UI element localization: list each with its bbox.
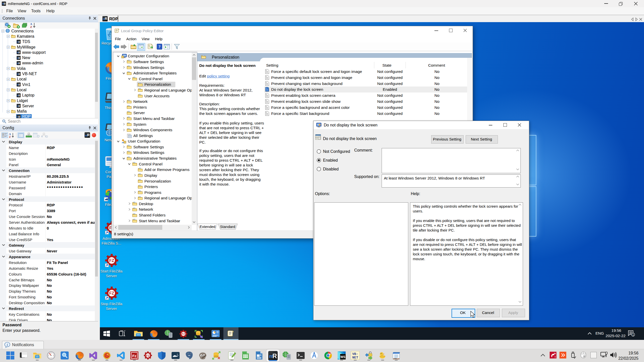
svg-text:FZ: FZ bbox=[109, 258, 114, 263]
svg-text:VB-: VB- bbox=[352, 352, 358, 356]
svg-text:A: A bbox=[30, 22, 32, 25]
svg-text:!: ! bbox=[555, 355, 556, 358]
svg-text:i: i bbox=[7, 343, 8, 347]
svg-text:1: 1 bbox=[632, 334, 634, 336]
svg-text:Z: Z bbox=[9, 135, 11, 138]
svg-text:FZ: FZ bbox=[182, 333, 185, 335]
svg-text:Z: Z bbox=[30, 25, 32, 28]
svg-text:NET: NET bbox=[352, 356, 358, 359]
svg-text:Fz: Fz bbox=[132, 354, 137, 358]
svg-text:Extended: Extended bbox=[199, 224, 215, 229]
svg-text:WS: WS bbox=[340, 355, 345, 359]
svg-text:Standard: Standard bbox=[220, 224, 235, 229]
svg-text:A: A bbox=[9, 133, 11, 135]
svg-text:?: ? bbox=[158, 44, 160, 49]
svg-text:FZ: FZ bbox=[146, 354, 150, 357]
svg-text:FZ: FZ bbox=[109, 291, 114, 295]
